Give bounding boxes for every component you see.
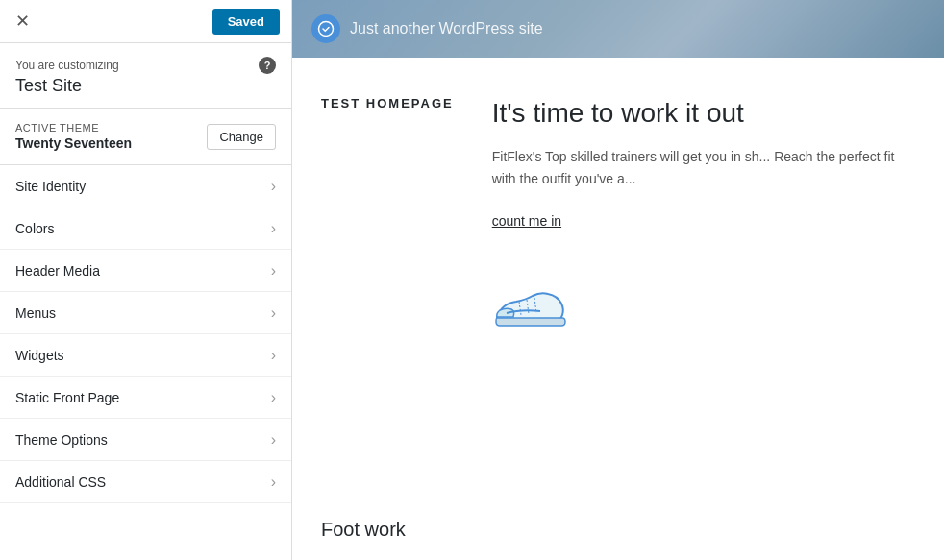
chevron-right-icon: › [271,431,276,449]
menu-item-label: Widgets [15,348,64,363]
chevron-right-icon: › [271,178,276,195]
menu-item-widgets[interactable]: Widgets› [0,334,291,377]
left-panel: ✕ Saved You are customizing ? Test Site … [0,0,292,560]
active-theme-info: Active theme Twenty Seventeen [15,122,132,151]
menu-item-label: Colors [15,221,54,236]
chevron-right-icon: › [271,262,276,280]
chevron-right-icon: › [271,474,276,491]
svg-point-0 [319,22,334,37]
preview-body: FitFlex's Top skilled trainers will get … [492,146,915,189]
preview-panel: Just another WordPress site TEST HOMEPAG… [292,0,944,560]
menu-item-label: Additional CSS [15,475,106,490]
preview-header: Just another WordPress site [292,0,944,58]
preview-headline: It's time to work it out [492,96,915,131]
top-bar: ✕ Saved [0,0,291,43]
menu-item-label: Site Identity [15,179,86,194]
menu-item-label: Static Front Page [15,390,119,405]
preview-right: It's time to work it out FitFlex's Top s… [492,96,915,480]
close-button[interactable]: ✕ [12,7,34,36]
site-logo [311,14,340,43]
shoe-icon-container [492,277,915,338]
customizing-label: You are customizing [15,59,119,72]
menu-item-label: Header Media [15,263,100,279]
menu-item-menus[interactable]: Menus› [0,292,291,334]
customizing-section: You are customizing ? Test Site [0,43,291,109]
chevron-right-icon: › [271,304,276,322]
chevron-right-icon: › [271,389,276,406]
site-name: Test Site [15,76,276,96]
change-theme-button[interactable]: Change [207,124,276,150]
preview-cta-link[interactable]: count me in [492,213,561,229]
chevron-right-icon: › [271,220,276,237]
menu-item-theme-options[interactable]: Theme Options› [0,419,291,461]
menu-list: Site Identity›Colors›Header Media›Menus›… [0,165,291,560]
preview-content: TEST HOMEPAGE It's time to work it out F… [292,58,944,519]
theme-name: Twenty Seventeen [15,135,132,151]
menu-item-label: Theme Options [15,432,108,448]
preview-left: TEST HOMEPAGE [321,96,454,480]
preview-footer-section: Foot work [292,519,944,560]
menu-item-header-media[interactable]: Header Media› [0,250,291,292]
chevron-right-icon: › [271,347,276,364]
theme-label: Active theme [15,122,132,134]
menu-item-site-identity[interactable]: Site Identity› [0,165,291,207]
shoe-icon [492,277,569,334]
preview-header-title: Just another WordPress site [350,20,543,37]
active-theme-section: Active theme Twenty Seventeen Change [0,109,291,165]
menu-item-static-front-page[interactable]: Static Front Page› [0,377,291,419]
preview-section-title: TEST HOMEPAGE [321,96,454,110]
preview-footer-title: Foot work [321,519,915,541]
saved-button[interactable]: Saved [212,9,280,35]
help-icon[interactable]: ? [259,57,276,74]
menu-item-additional-css[interactable]: Additional CSS› [0,461,291,503]
menu-item-colors[interactable]: Colors› [0,207,291,250]
menu-item-label: Menus [15,305,56,321]
